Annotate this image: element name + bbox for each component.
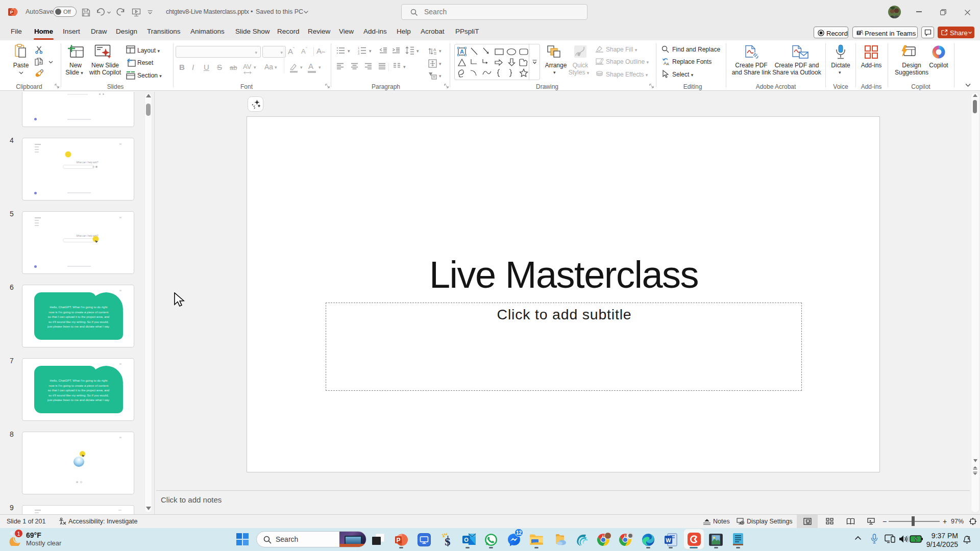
svg-text:so that I can upload it to the: so that I can upload it to the project a…	[48, 315, 109, 318]
svg-text:so it'll sound like my writing: so it'll sound like my writing. So if yo…	[48, 394, 109, 397]
svg-text:A: A	[667, 62, 669, 66]
svg-text:so it'll sound like my writing: so it'll sound like my writing. So if yo…	[48, 320, 109, 323]
svg-text:A: A	[433, 47, 436, 52]
svg-text:just please listen to me and d: just please listen to me and dictate wha…	[47, 398, 110, 402]
svg-text:P: P	[396, 537, 400, 544]
svg-text:3: 3	[358, 52, 359, 55]
svg-text:Hello, ChatGPT. What I'm going: Hello, ChatGPT. What I'm going to do rig…	[50, 379, 108, 382]
svg-text:A: A	[460, 48, 464, 55]
svg-text:just please listen to me and d: just please listen to me and dictate wha…	[47, 325, 110, 328]
svg-text:now is I'm going to create a p: now is I'm going to create a piece of co…	[49, 311, 109, 314]
svg-text:W: W	[666, 537, 671, 543]
svg-text:T: T	[858, 31, 860, 35]
svg-text:Hello, ChatGPT. What I'm going: Hello, ChatGPT. What I'm going to do rig…	[50, 306, 108, 309]
svg-text:now is I'm going to create a p: now is I'm going to create a piece of co…	[49, 384, 109, 387]
svg-text:P: P	[10, 10, 13, 15]
svg-text:O: O	[464, 537, 469, 543]
svg-text:so that I can upload it to the: so that I can upload it to the project a…	[48, 389, 109, 392]
